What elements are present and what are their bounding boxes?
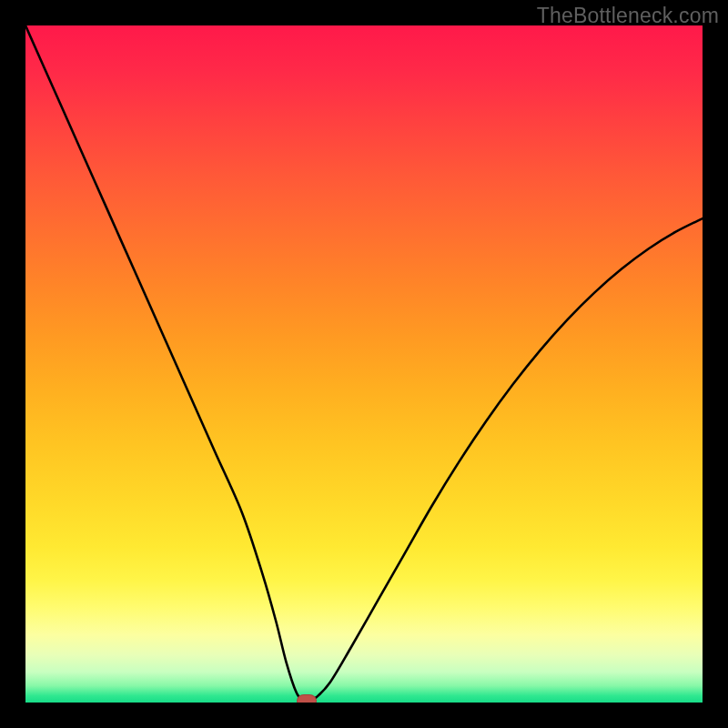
optimum-marker xyxy=(297,694,317,703)
watermark-text: TheBottleneck.com xyxy=(537,4,719,28)
chart-frame: TheBottleneck.com xyxy=(0,0,728,728)
bottleneck-curve xyxy=(25,25,703,703)
plot-area xyxy=(25,25,703,703)
